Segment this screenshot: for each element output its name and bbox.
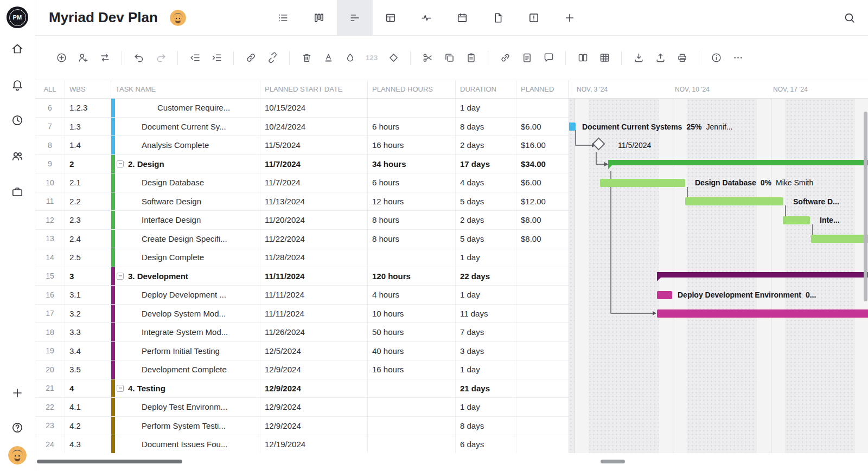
table-row[interactable]: 203.5Development Complete12/9/202416 hou… [35,360,569,379]
table-row[interactable]: 81.4Analysis Complete11/5/202416 hours2 … [35,136,569,155]
task-name-cell: Develop System Mod... [111,305,260,323]
toolbar-split-view-button[interactable] [572,47,593,69]
toolbar-milestone-button[interactable] [382,47,404,69]
toolbar-outdent-button[interactable] [184,47,206,69]
toolbar-print-button[interactable] [671,47,693,69]
planned-hours-cell [368,99,456,117]
table-row[interactable]: 1533. Development11/11/2024120 hours22 d… [35,267,569,286]
toolbar-redo-button[interactable] [150,47,171,69]
sidebar-team-button[interactable] [11,150,24,163]
toolbar-cut-button[interactable] [417,47,438,69]
tab-add-view[interactable] [552,0,588,36]
sidebar-help-button[interactable] [11,421,24,434]
table-row[interactable]: 234.2Perform System Testi...12/9/20248 d… [35,417,569,436]
task-color-bar [111,118,115,136]
project-owner-avatar[interactable] [170,10,186,26]
gantt-milestone[interactable] [592,138,605,151]
tab-list[interactable] [265,0,301,36]
tab-sheet[interactable] [373,0,409,36]
planned-start-cell: 12/9/2024 [260,417,368,435]
table-row[interactable]: 173.2Develop System Mod...11/11/202410 h… [35,305,569,324]
gantt-horizontal-scrollbar[interactable] [601,460,625,463]
comment-icon [543,52,554,63]
planned-hours-cell: 16 hours [368,136,456,154]
toolbar-comment-button[interactable] [538,47,559,69]
planned-hours-cell [368,248,456,267]
toolbar-indent-button[interactable] [206,47,227,69]
sidebar-home-button[interactable] [11,42,24,55]
table-row[interactable]: 61.2.3Customer Require...10/15/20241 day [35,99,569,118]
table-row[interactable]: 71.3Document Current Sy...10/24/20246 ho… [35,118,569,137]
table-row[interactable]: 183.3Integrate System Mod...11/26/202450… [35,323,569,342]
toolbar-assign-button[interactable] [72,47,94,69]
app-logo[interactable]: PM [7,7,28,28]
timeline-week-label: NOV, 3 '24 [577,86,608,93]
collapse-toggle-icon[interactable] [117,160,124,167]
search-button[interactable] [843,11,856,24]
gantt-task-bar[interactable] [685,197,783,205]
table-row[interactable]: 163.1Deploy Development ...11/11/20244 h… [35,286,569,305]
toolbar-fill-color-button[interactable] [339,47,361,69]
clock-icon [11,114,24,127]
toolbar-grid-columns-button[interactable] [593,47,615,69]
table-row[interactable]: 224.1Deploy Test Environm...12/9/20241 d… [35,398,569,417]
table-row[interactable]: 112.2Software Design11/13/202412 hours5 … [35,192,569,211]
gantt-summary-bar[interactable] [608,160,868,165]
toolbar-link-button[interactable] [240,47,261,69]
help-icon [11,421,24,434]
gantt-task-bar[interactable] [569,122,576,131]
collapse-toggle-icon[interactable] [117,273,124,280]
toolbar-dependencies-button[interactable] [94,47,116,69]
column-header-all[interactable]: ALL [35,80,65,98]
toolbar-copy-button[interactable] [438,47,460,69]
vertical-scrollbar[interactable] [864,112,867,301]
gantt-task-bar[interactable] [811,235,868,243]
gantt-task-bar[interactable] [783,216,810,224]
collapse-toggle-icon[interactable] [117,385,124,392]
toolbar-paste-button[interactable] [460,47,482,69]
gantt-summary-bar[interactable] [657,272,868,278]
table-row[interactable]: 102.1Design Database11/7/20246 hours4 da… [35,173,569,192]
user-avatar[interactable] [8,446,27,464]
table-row[interactable]: 244.3Document Issues Fou...12/19/20246 d… [35,435,569,453]
toolbar-add-task-button[interactable] [50,47,72,69]
planned-cost-cell [516,379,569,398]
toolbar-notes-button[interactable] [516,47,538,69]
task-color-bar [111,342,115,360]
sidebar-recent-button[interactable] [11,114,24,127]
table-row[interactable]: 193.4Perform Initial Testing12/5/202440 … [35,342,569,361]
duration-cell: 22 days [456,267,516,286]
table-row[interactable]: 142.5Design Complete11/28/20241 day [35,248,569,267]
table-row[interactable]: 922. Design11/7/202434 hours17 days$34.0… [35,155,569,174]
tab-calendar[interactable] [444,0,480,36]
gantt-toolbar: 123 [35,36,868,80]
table-row[interactable]: 132.4Create Design Specifi...11/22/20248… [35,230,569,249]
toolbar-undo-button[interactable] [128,47,150,69]
tab-document[interactable] [480,0,516,36]
gantt-task-bar[interactable] [657,291,672,299]
table-horizontal-scrollbar[interactable] [37,460,182,463]
table-row[interactable]: 2144. Testing12/9/202421 days [35,379,569,398]
table-row[interactable]: 122.3Interface Design11/20/20248 hours2 … [35,211,569,230]
sidebar-notifications-button[interactable] [11,78,24,91]
sidebar-projects-button[interactable] [11,185,24,198]
gantt-task-bar[interactable] [600,179,685,187]
tab-gantt[interactable] [337,0,373,36]
task-name: Document Issues Fou... [111,435,227,453]
wbs-cell: 1.4 [65,136,111,154]
duration-cell: 8 days [456,118,516,136]
toolbar-unlink-button[interactable] [261,47,283,69]
toolbar-font-color-button[interactable] [317,47,339,69]
toolbar-delete-button[interactable] [296,47,317,69]
tab-issues[interactable] [516,0,552,36]
tab-board[interactable] [301,0,337,36]
toolbar-info-button[interactable] [705,47,727,69]
toolbar-more-button[interactable] [727,47,749,69]
toolbar-attachment-button[interactable] [494,47,516,69]
toolbar-export-button[interactable] [649,47,671,69]
toolbar-import-button[interactable] [628,47,649,69]
gantt-task-bar[interactable] [657,309,868,318]
sidebar-create-button[interactable] [11,386,24,399]
tab-activity[interactable] [409,0,444,36]
duration-cell: 11 days [456,305,516,323]
